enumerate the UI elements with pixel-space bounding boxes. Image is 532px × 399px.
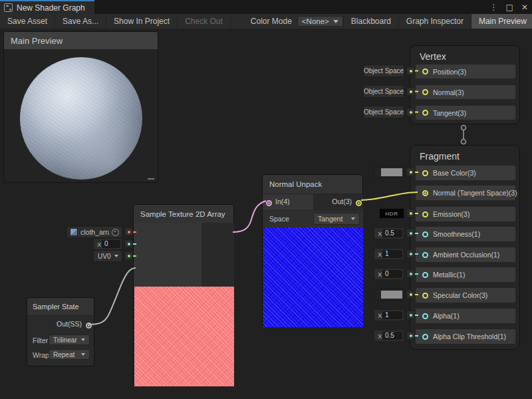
port-alpha-input[interactable] xyxy=(422,313,428,319)
vertex-node[interactable]: Vertex Position(3) Normal(3) Tangent(3) xyxy=(410,45,520,124)
block-row-label: Base Color(3) xyxy=(433,169,476,177)
main-preview-panel-title: Main Preview xyxy=(11,36,63,46)
edge-connector-dot[interactable] xyxy=(124,251,133,260)
float-input[interactable]: 0 xyxy=(382,270,402,278)
sample-texture-2d-array-node[interactable]: Sample Texture 2D Array Texture Array(T2… xyxy=(133,204,234,386)
port-in-input[interactable] xyxy=(266,200,272,206)
block-row-label: Tangent(3) xyxy=(433,109,466,117)
block-row-specular-color[interactable]: Specular Color(3) xyxy=(416,288,515,303)
edge-connector-dot[interactable] xyxy=(406,209,415,217)
index-field[interactable]: X 0 xyxy=(93,238,122,250)
panel-resize-handle[interactable] xyxy=(148,178,154,180)
port-normal-ts-input[interactable] xyxy=(422,190,428,196)
smoothness-field[interactable]: X 0.5 xyxy=(374,227,404,239)
alpha-clip-field[interactable]: X 0.5 xyxy=(374,330,404,342)
texture-thumb-icon xyxy=(70,228,78,236)
edge-connector-dot[interactable] xyxy=(406,311,415,319)
graph-inspector-button[interactable]: Graph Inspector xyxy=(398,14,471,29)
specular-color-swatch[interactable] xyxy=(374,289,404,301)
float-input[interactable]: 0.5 xyxy=(382,229,402,237)
save-as-button[interactable]: Save As... xyxy=(55,14,106,29)
show-in-project-button[interactable]: Show In Project xyxy=(106,14,178,29)
sampler-state-node[interactable]: Sampler State Out(SS) Filter Trilinear W… xyxy=(27,297,94,366)
uv-channel-dropdown[interactable]: UV0 xyxy=(93,250,122,262)
tab-new-shader-graph[interactable]: New Shader Graph xyxy=(0,0,94,14)
node-title: Sample Texture 2D Array xyxy=(134,205,233,223)
vertex-node-title: Vertex xyxy=(410,46,519,62)
block-row-normal-ts[interactable]: Normal (Tangent Space)(3) xyxy=(416,186,515,200)
shader-preview-sphere[interactable] xyxy=(20,57,142,180)
port-out-output[interactable] xyxy=(356,200,362,206)
red-texture-preview xyxy=(134,287,234,386)
normal-unpack-node[interactable]: Normal Unpack In(4) Out(3) Space Tangent xyxy=(262,174,363,327)
main-preview-panel-header[interactable]: Main Preview xyxy=(4,32,158,49)
block-row-normal[interactable]: Normal(3) xyxy=(416,85,515,99)
alpha-field[interactable]: X 1 xyxy=(374,309,404,321)
ambient-occlusion-field[interactable]: X 1 xyxy=(374,248,404,260)
edge-connector-dot[interactable] xyxy=(406,66,415,75)
edge-connector-dot[interactable] xyxy=(124,227,133,236)
port-base-color-input[interactable] xyxy=(422,170,428,176)
close-icon[interactable]: ✕ xyxy=(521,3,528,12)
block-row-label: Ambient Occlusion(1) xyxy=(433,251,499,259)
edge-connector-dot[interactable] xyxy=(406,87,415,96)
port-emission-input[interactable] xyxy=(422,211,428,217)
block-row-base-color[interactable]: Base Color(3) xyxy=(416,166,515,180)
base-color-swatch[interactable] xyxy=(374,166,404,178)
check-out-button[interactable]: Check Out xyxy=(178,14,231,29)
maximize-icon[interactable]: □ xyxy=(506,3,513,12)
object-space-selector[interactable]: Object Space xyxy=(363,85,404,98)
port-alpha-clip-input[interactable] xyxy=(422,334,428,340)
float-input[interactable]: 1 xyxy=(382,311,402,319)
texture-array-object-field[interactable]: cloth_array xyxy=(66,226,122,238)
block-row-smoothness[interactable]: Smoothness(1) xyxy=(416,227,515,241)
object-space-selector[interactable]: Object Space xyxy=(363,106,404,118)
main-preview-panel: Main Preview xyxy=(3,31,158,183)
block-row-alpha-clip[interactable]: Alpha Clip Threshold(1) xyxy=(416,329,515,344)
edge-connector-dot[interactable] xyxy=(406,331,415,340)
fragment-node[interactable]: Fragment Base Color(3) Normal (Tangent S… xyxy=(410,145,520,350)
float-input[interactable]: 1 xyxy=(382,250,402,258)
edge-connector-dot[interactable] xyxy=(406,249,415,258)
metallic-field[interactable]: X 0 xyxy=(374,268,404,280)
space-dropdown[interactable]: Tangent xyxy=(313,213,360,225)
port-specular-color-input[interactable] xyxy=(422,293,428,299)
edge-connector-dot[interactable] xyxy=(406,229,415,237)
wrap-dropdown[interactable]: Repeat xyxy=(49,349,90,360)
block-row-ambient-occlusion[interactable]: Ambient Occlusion(1) xyxy=(416,247,515,262)
kebab-menu-icon[interactable]: ⋮ xyxy=(490,3,498,12)
float-input[interactable]: 0 xyxy=(102,240,120,248)
color-swatch xyxy=(381,291,402,299)
port-tangent-input[interactable] xyxy=(422,110,428,116)
object-picker-icon[interactable] xyxy=(112,229,119,236)
edge-connector-dot[interactable] xyxy=(124,239,133,248)
block-row-position[interactable]: Position(3) xyxy=(416,65,515,78)
port-normal-input[interactable] xyxy=(422,89,428,95)
edge-connector-dot[interactable] xyxy=(406,290,415,299)
edge-connector-dot[interactable] xyxy=(406,108,415,116)
edge-connector-dot[interactable] xyxy=(406,269,415,278)
chevron-down-icon xyxy=(81,353,85,356)
port-label: Out(SS) xyxy=(57,320,82,328)
edge-connector-dot[interactable] xyxy=(406,168,415,176)
block-row-tangent[interactable]: Tangent(3) xyxy=(416,106,515,120)
emission-hdr-swatch[interactable]: HDR xyxy=(379,208,404,219)
port-out-ss-output[interactable] xyxy=(86,323,92,329)
block-row-emission[interactable]: Emission(3) xyxy=(416,207,515,221)
color-mode-dropdown[interactable]: <None> xyxy=(297,16,343,27)
space-label: Space xyxy=(269,215,289,223)
port-metallic-input[interactable] xyxy=(422,272,428,278)
object-space-selector[interactable]: Object Space xyxy=(363,65,404,77)
filter-label: Filter xyxy=(33,336,48,344)
color-swatch xyxy=(381,168,402,176)
float-input[interactable]: 0.5 xyxy=(382,332,402,340)
block-row-alpha[interactable]: Alpha(1) xyxy=(416,309,515,323)
port-ambient-occlusion-input[interactable] xyxy=(422,252,428,258)
port-position-input[interactable] xyxy=(422,68,428,74)
block-row-metallic[interactable]: Metallic(1) xyxy=(416,267,515,282)
blackboard-button[interactable]: Blackboard xyxy=(343,14,398,29)
filter-dropdown[interactable]: Trilinear xyxy=(49,334,90,345)
save-asset-button[interactable]: Save Asset xyxy=(0,14,55,29)
main-preview-button[interactable]: Main Preview xyxy=(471,14,532,29)
port-smoothness-input[interactable] xyxy=(422,231,428,237)
